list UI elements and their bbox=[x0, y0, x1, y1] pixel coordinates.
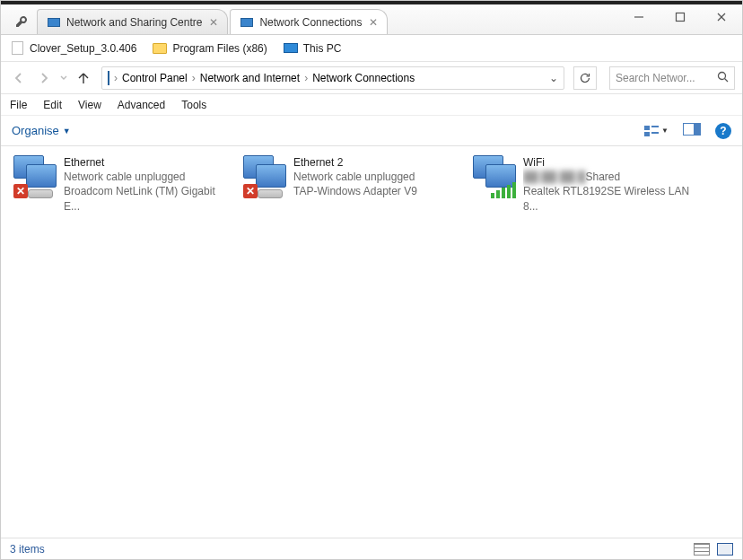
svg-rect-9 bbox=[651, 132, 659, 134]
content-area[interactable]: ✕ Ethernet Network cable unplugged Broad… bbox=[1, 146, 742, 538]
navigation-bar: › Control Panel › Network and Internet ›… bbox=[1, 62, 742, 94]
menu-bar: File Edit View Advanced Tools bbox=[1, 94, 742, 116]
explorer-window: Network and Sharing Centre ✕ Network Con… bbox=[0, 0, 743, 560]
pc-icon bbox=[284, 41, 298, 56]
connection-device: Realtek RTL8192SE Wireless LAN 8... bbox=[523, 184, 692, 213]
svg-rect-7 bbox=[651, 126, 659, 127]
wifi-adapter-icon bbox=[473, 155, 516, 198]
svg-rect-11 bbox=[694, 124, 700, 135]
tab-close-icon[interactable]: ✕ bbox=[369, 16, 378, 29]
error-x-icon: ✕ bbox=[243, 184, 258, 198]
connection-ethernet-2[interactable]: ✕ Ethernet 2 Network cable unplugged TAP… bbox=[238, 152, 468, 217]
connection-status: ██ ██ ██ █Shared bbox=[523, 170, 692, 184]
file-icon bbox=[10, 41, 24, 56]
crumb-network-internet[interactable]: Network and Internet bbox=[200, 72, 300, 84]
bookmark-clover-setup[interactable]: Clover_Setup_3.0.406 bbox=[10, 41, 136, 56]
menu-view[interactable]: View bbox=[78, 99, 101, 111]
menu-file[interactable]: File bbox=[10, 99, 27, 111]
network-adapter-icon: ✕ bbox=[13, 155, 57, 198]
bookmark-this-pc[interactable]: This PC bbox=[284, 41, 342, 56]
menu-advanced[interactable]: Advanced bbox=[118, 99, 165, 111]
connection-name: Ethernet bbox=[64, 155, 232, 170]
chevron-down-icon: ▼ bbox=[661, 127, 669, 135]
close-button[interactable] bbox=[701, 4, 742, 30]
redacted-text: ██ ██ ██ █ bbox=[523, 171, 586, 183]
details-view-toggle[interactable] bbox=[694, 543, 710, 556]
svg-rect-6 bbox=[644, 126, 650, 130]
svg-point-4 bbox=[719, 72, 726, 79]
network-sharing-icon bbox=[47, 15, 61, 30]
connection-name: Ethernet 2 bbox=[293, 155, 417, 170]
cable-icon bbox=[28, 189, 53, 198]
chevron-down-icon: ▼ bbox=[63, 127, 71, 136]
tab-network-sharing[interactable]: Network and Sharing Centre ✕ bbox=[37, 9, 228, 34]
organise-label: Organise bbox=[12, 124, 59, 137]
svg-rect-8 bbox=[644, 132, 650, 136]
wrench-icon[interactable] bbox=[6, 9, 37, 34]
menu-edit[interactable]: Edit bbox=[43, 99, 62, 111]
address-breadcrumb[interactable]: › Control Panel › Network and Internet ›… bbox=[101, 66, 564, 90]
minimize-button[interactable] bbox=[618, 4, 660, 30]
connection-status: Network cable unplugged bbox=[293, 170, 417, 184]
recent-dropdown[interactable] bbox=[58, 67, 69, 89]
cable-icon bbox=[258, 189, 283, 198]
organise-button[interactable]: Organise ▼ bbox=[12, 124, 71, 137]
chevron-right-icon[interactable]: › bbox=[304, 72, 308, 84]
menu-tools[interactable]: Tools bbox=[181, 99, 206, 111]
network-connections-icon bbox=[240, 15, 254, 30]
tiles-view-toggle[interactable] bbox=[717, 543, 733, 556]
search-placeholder: Search Networ... bbox=[616, 72, 695, 84]
back-button[interactable] bbox=[8, 67, 30, 89]
command-bar: Organise ▼ ▼ ? bbox=[1, 116, 742, 146]
tab-network-connections[interactable]: Network Connections ✕ bbox=[230, 9, 388, 34]
command-bar-right: ▼ ? bbox=[643, 123, 731, 139]
crumb-network-connections[interactable]: Network Connections bbox=[312, 72, 415, 84]
crumb-control-panel[interactable]: Control Panel bbox=[122, 72, 188, 84]
connection-device: TAP-Windows Adapter V9 bbox=[293, 184, 417, 198]
bookmark-label: This PC bbox=[303, 42, 342, 55]
refresh-button[interactable] bbox=[573, 66, 597, 90]
bookmarks-bar: Clover_Setup_3.0.406 Program Files (x86)… bbox=[1, 35, 742, 62]
tab-close-icon[interactable]: ✕ bbox=[209, 16, 218, 29]
search-icon bbox=[717, 71, 729, 85]
address-dropdown-icon[interactable]: ⌄ bbox=[549, 72, 558, 84]
signal-bars-icon bbox=[491, 182, 516, 198]
connection-status: Network cable unplugged bbox=[64, 170, 232, 184]
window-controls bbox=[618, 4, 742, 30]
network-adapter-icon: ✕ bbox=[243, 155, 286, 198]
svg-rect-1 bbox=[677, 13, 685, 22]
maximize-button[interactable] bbox=[660, 4, 701, 30]
chevron-right-icon[interactable]: › bbox=[114, 72, 118, 84]
forward-button[interactable] bbox=[33, 67, 55, 89]
connection-wifi[interactable]: WiFi ██ ██ ██ █Shared Realtek RTL8192SE … bbox=[468, 152, 697, 217]
status-bar: 3 items bbox=[1, 538, 742, 559]
connection-name: WiFi bbox=[523, 155, 692, 170]
preview-pane-button[interactable] bbox=[683, 123, 701, 138]
chevron-right-icon[interactable]: › bbox=[192, 72, 196, 84]
location-icon bbox=[108, 72, 109, 84]
bookmark-label: Clover_Setup_3.0.406 bbox=[30, 42, 136, 55]
view-mode-button[interactable]: ▼ bbox=[643, 125, 669, 137]
bookmark-label: Program Files (x86) bbox=[172, 42, 267, 55]
svg-line-5 bbox=[725, 78, 729, 82]
connection-ethernet[interactable]: ✕ Ethernet Network cable unplugged Broad… bbox=[8, 152, 238, 217]
help-button[interactable]: ? bbox=[715, 123, 731, 139]
error-x-icon: ✕ bbox=[13, 184, 28, 198]
connection-device: Broadcom NetLink (TM) Gigabit E... bbox=[64, 184, 232, 213]
tab-label: Network Connections bbox=[259, 16, 362, 29]
search-input[interactable]: Search Networ... bbox=[609, 66, 735, 90]
tab-label: Network and Sharing Centre bbox=[66, 16, 202, 29]
item-count: 3 items bbox=[10, 543, 45, 556]
up-button[interactable] bbox=[73, 67, 94, 89]
bookmark-program-files[interactable]: Program Files (x86) bbox=[153, 41, 267, 56]
folder-icon bbox=[153, 41, 167, 56]
